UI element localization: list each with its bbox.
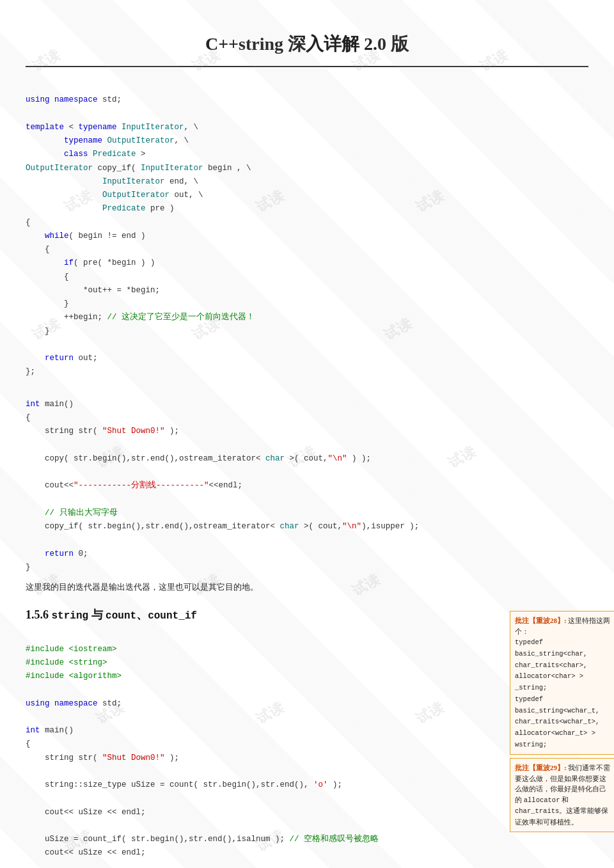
page-title: C++string 深入详解 2.0 版 [205, 34, 409, 54]
page-wrapper: 试读 试读 试读 试读 试读 试读 试读 试读 试读 试读 试读 试读 试读 试… [0, 0, 614, 868]
note-28-label: 批注【重波28】: [515, 617, 567, 624]
note-29-label: 批注【重波29】: [515, 764, 567, 771]
content-area: using namespace std; template < typename… [0, 80, 614, 868]
section-156-label: 1.5.6 string 与 count、count_if [26, 608, 197, 621]
code-block-includes: #include <iostream> #include <string> #i… [26, 629, 588, 868]
text-after-code2: 这里我的目的迭代器是输出迭代器，这里也可以是其它目的地。 [26, 580, 588, 594]
page-header: C++string 深入详解 2.0 版 [26, 19, 588, 67]
sidebar-note-29: 批注【重波29】: 我们通常不需要这么做，但是如果你想要这么做的话，你最好是特化… [510, 758, 614, 832]
note-29-text: 我们通常不需要这么做，但是如果你想要这么做的话，你最好是特化自己的 alloca… [515, 764, 610, 826]
code-block-main1: int main() { string str( "Shut Down0!" )… [26, 384, 588, 575]
code-block-template: using namespace std; template < typename… [26, 80, 588, 379]
note-28-text: 这里特指这两个： typedef basic_string<char,char_… [515, 617, 610, 748]
section-156-heading: 1.5.6 string 与 count、count_if [26, 607, 588, 622]
sidebar-note-28: 批注【重波28】: 这里特指这两个： typedef basic_string<… [510, 611, 614, 755]
